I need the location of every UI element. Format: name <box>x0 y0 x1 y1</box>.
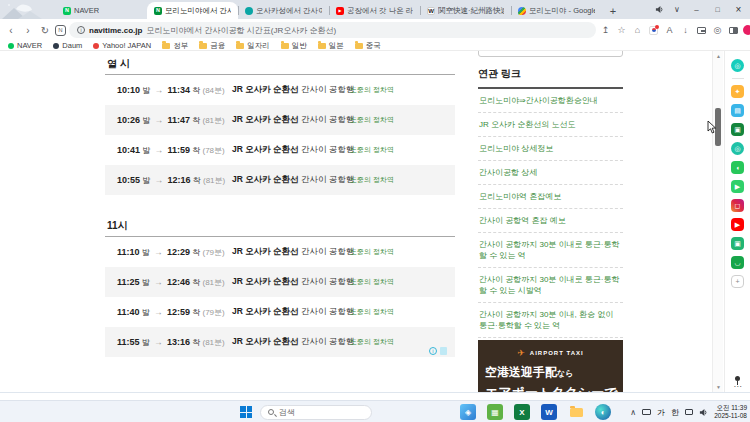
side-panel-icon[interactable]: N <box>55 25 66 36</box>
donut-app-icon[interactable]: ◎ <box>731 59 744 72</box>
related-link[interactable]: 모리노미야 상세정보 <box>478 137 623 161</box>
bookmark-item[interactable]: 금융 <box>199 41 225 51</box>
arrival-suffix: 착 <box>191 176 203 185</box>
pin-icon[interactable] <box>735 376 740 381</box>
page-scrollbar[interactable]: ▲ ▼ <box>712 51 723 392</box>
stops-link[interactable]: 도중의 정차역 <box>350 115 394 125</box>
stops-link[interactable]: 도중의 정차역 <box>350 175 394 185</box>
timetable-row[interactable]: 10:41 발 → 11:59 착 (78분)JR 오사카 순환선간사이 공항행… <box>105 135 455 165</box>
timetable-row[interactable]: 11:55 발 → 13:16 착 (81분)JR 오사카 순환선간사이 공항행… <box>105 327 455 357</box>
bookmark-item[interactable]: Yahoo! JAPAN <box>93 41 151 50</box>
audio-playing-icon[interactable] <box>651 2 667 18</box>
browser-tab[interactable]: NAVER <box>56 2 147 19</box>
sheets-taskbar-icon[interactable]: ▦ <box>487 404 503 420</box>
browser-tab[interactable]: 공장에서 갓 나온 라멘먹으러 <box>329 2 420 19</box>
related-link[interactable]: 간사이 공항역 혼잡 예보 <box>478 209 623 233</box>
youtube-app-icon[interactable]: ▶ <box>731 218 744 231</box>
lens-icon[interactable]: ◎ <box>711 24 724 37</box>
adchoices-info-icon[interactable]: i <box>429 347 437 355</box>
share-icon[interactable]: ↥ <box>599 24 612 37</box>
target-app-icon[interactable]: ◎ <box>731 142 744 155</box>
scroll-down-icon[interactable]: ▼ <box>713 384 724 390</box>
file-explorer-taskbar-icon[interactable] <box>568 404 584 420</box>
media-pip-icon[interactable] <box>695 24 708 37</box>
browser-tab[interactable]: 모리노미야에서 간사이공항 <box>147 2 238 19</box>
tray-chevron-icon[interactable]: ∧ <box>630 408 636 417</box>
taskbar-search-input[interactable]: 검색 <box>260 405 372 420</box>
cam-app-icon[interactable]: ▣ <box>731 237 744 250</box>
word-taskbar-icon[interactable]: W <box>541 404 557 420</box>
chat-app-icon[interactable]: ◖ <box>731 161 744 174</box>
translate-icon[interactable]: A <box>663 24 676 37</box>
back-icon[interactable]: ‹ <box>4 23 18 37</box>
minimize-button[interactable] <box>687 1 706 18</box>
timetable-row[interactable]: 10:10 발 → 11:34 착 (84분)JR 오사카 순환선간사이 공항행… <box>105 75 455 105</box>
timetable-row[interactable]: 11:10 발 → 12:29 착 (79분)JR 오사카 순환선간사이 공항행… <box>105 237 455 267</box>
mail-app-icon[interactable]: ▤ <box>731 104 744 117</box>
related-link[interactable]: 간사이 공항까지 30분 이내로 통근·통학할 수 있는 역 <box>478 233 623 268</box>
add-app-icon[interactable]: + <box>731 275 744 288</box>
stops-link[interactable]: 도중의 정차역 <box>350 145 394 155</box>
related-link[interactable]: 모리노미야역 혼잡예보 <box>478 185 623 209</box>
arrival-time: 12:16 <box>165 175 191 185</box>
close-button[interactable] <box>729 1 748 18</box>
airport-taxi-ad[interactable]: ✈ AIRPORT TAXI 空港送迎手配なら エアポートタクシーで <box>478 340 623 392</box>
blog-app-icon[interactable]: ▣ <box>731 123 744 136</box>
tab-search-chevron-icon[interactable]: ∨ <box>669 2 685 18</box>
play-app-icon[interactable]: ▶ <box>731 180 744 193</box>
stops-link[interactable]: 도중의 정차역 <box>350 277 394 287</box>
related-link[interactable]: 간사이 공항까지 30분 이내, 환승 없이 통근·통학할 수 있는 역 <box>478 303 623 338</box>
bookmark-item[interactable]: NAVER <box>8 41 42 50</box>
browser-tab[interactable]: 오사카성에서 간사이 공항 : <box>238 2 329 19</box>
stops-link[interactable]: 도중의 정차역 <box>350 85 394 95</box>
bookmark-item[interactable]: 중국 <box>355 41 381 51</box>
reload-icon[interactable]: ↻ <box>38 23 52 37</box>
forward-icon[interactable]: › <box>21 23 35 37</box>
taskbar-clock[interactable]: 오전 11:39 2025-11-08 <box>714 404 747 420</box>
bookmark-item[interactable]: 일본 <box>318 41 344 51</box>
bowl-app-icon[interactable]: ◡ <box>731 256 744 269</box>
network-icon[interactable] <box>685 409 693 415</box>
instagram-app-icon[interactable]: ◻ <box>731 199 744 212</box>
browser-tab[interactable]: 모리노미야 - Google 지도 <box>511 2 602 19</box>
profile-avatar[interactable] <box>743 25 750 35</box>
timetable-row[interactable]: 11:40 발 → 12:59 착 (79분)JR 오사카 순환선간사이 공항행… <box>105 297 455 327</box>
bookmark-star-icon[interactable]: ☆ <box>615 24 628 37</box>
monitor-icon[interactable] <box>642 409 651 415</box>
star-app-icon[interactable]: ✦ <box>731 85 744 98</box>
timetable-row[interactable]: 10:26 발 → 11:47 착 (81분)JR 오사카 순환선간사이 공항행… <box>105 105 455 135</box>
stops-link[interactable]: 도중의 정차역 <box>350 337 394 347</box>
split-screen-icon[interactable] <box>727 24 740 37</box>
download-icon[interactable]: ↓ <box>679 24 692 37</box>
home-icon[interactable]: ⌂ <box>631 24 644 37</box>
bookmark-item[interactable]: 정부 <box>162 41 188 51</box>
adchoices-close-icon[interactable] <box>440 347 447 355</box>
ime-mode-a[interactable]: 가 <box>657 407 665 418</box>
korean-extension-icon[interactable] <box>647 24 660 37</box>
related-link[interactable]: JR 오사카 순환선의 노선도 <box>478 113 623 137</box>
photos-taskbar-icon[interactable]: ◈ <box>460 404 476 420</box>
bookmark-item[interactable]: Daum <box>53 41 82 50</box>
volume-icon[interactable] <box>699 408 708 417</box>
address-bar[interactable]: i navitime.co.jp 모리노미야에서 간사이공항 시간표(JR오사카… <box>69 22 596 38</box>
scroll-up-icon[interactable]: ▲ <box>713 53 724 59</box>
related-link[interactable]: 간사이 공항까지 30분 이내로 통근·통학할 수 있는 시발역 <box>478 268 623 303</box>
ime-mode-b[interactable]: 한 <box>671 407 679 418</box>
stops-link[interactable]: 도중의 정차역 <box>350 307 394 317</box>
arrival-time: 12:46 <box>164 277 190 287</box>
bookmark-item[interactable]: 일자리 <box>236 41 270 51</box>
site-info-icon[interactable]: i <box>77 26 85 34</box>
related-link[interactable]: 간사이공항 상세 <box>478 161 623 185</box>
timetable-row[interactable]: 11:25 발 → 12:46 착 (81분)JR 오사카 순환선간사이 공항행… <box>105 267 455 297</box>
stops-link[interactable]: 도중의 정차역 <box>350 247 394 257</box>
windows-start-icon[interactable] <box>240 406 252 418</box>
bookmark-item[interactable]: 일반 <box>281 41 307 51</box>
new-tab-button[interactable]: + <box>605 3 621 19</box>
browser-tab[interactable]: 関空快速·紀州路快速 - Wiki <box>420 2 511 19</box>
excel-taskbar-icon[interactable]: X <box>514 404 530 420</box>
maximize-button[interactable] <box>708 1 727 18</box>
adchoices[interactable]: i <box>429 347 447 355</box>
whale-browser-taskbar-icon[interactable]: ◐ <box>595 404 611 420</box>
related-link[interactable]: 모리노미야⇒간사이공항환승안내 <box>478 89 623 113</box>
timetable-row[interactable]: 10:55 발 → 12:16 착 (81분)JR 오사카 순환선간사이 공항행… <box>105 165 455 195</box>
